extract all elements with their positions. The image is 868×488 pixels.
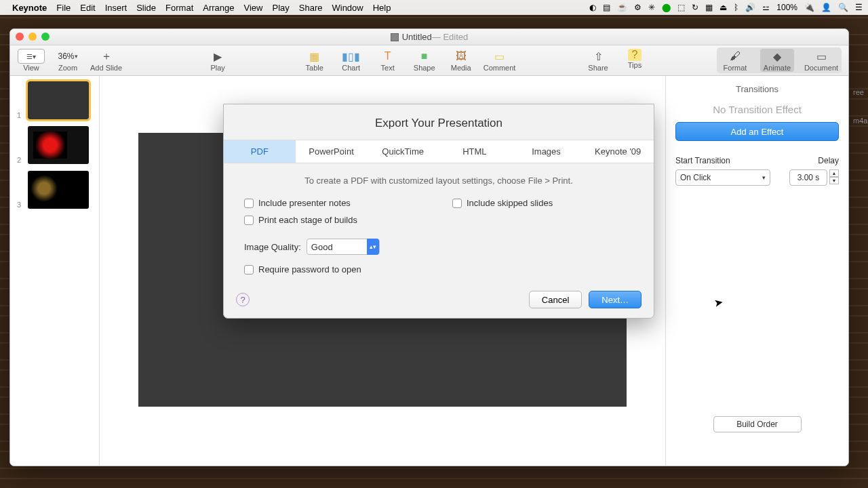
tab-quicktime[interactable]: QuickTime bbox=[367, 140, 439, 163]
volume-icon[interactable]: 🔊 bbox=[745, 3, 755, 12]
status-icon[interactable]: ⏏ bbox=[719, 3, 727, 12]
status-icon[interactable]: ☕ bbox=[617, 3, 627, 12]
zoom-button[interactable] bbox=[41, 33, 50, 41]
format-button[interactable]: 🖌Format bbox=[718, 49, 752, 72]
menubar-status: ◐ ▤ ☕ ⚙ ✳ ⬤ ⬚ ↻ ▦ ⏏ ᛒ 🔊 ⚍ 100% 🔌 👤 🔍 ☰ bbox=[589, 3, 863, 12]
desktop-obscured: ree m4a bbox=[853, 88, 868, 125]
window-title: Untitled bbox=[402, 32, 432, 42]
menu-slide[interactable]: Slide bbox=[136, 3, 156, 13]
next-button[interactable]: Next… bbox=[589, 291, 642, 308]
menu-arrange[interactable]: Arrange bbox=[203, 3, 234, 13]
tab-pdf[interactable]: PDF bbox=[224, 140, 296, 163]
export-tabs: PDF PowerPoint QuickTime HTML Images Key… bbox=[224, 140, 654, 163]
edited-indicator: — Edited bbox=[432, 32, 468, 42]
user-icon[interactable]: 👤 bbox=[821, 3, 831, 12]
tips-button[interactable]: ?Tips bbox=[620, 49, 649, 72]
dialog-body: To create a PDF with customized layout s… bbox=[224, 163, 654, 285]
tab-keynote09[interactable]: Keynote '09 bbox=[582, 140, 654, 163]
chk-presenter-notes[interactable]: Include presenter notes bbox=[244, 198, 357, 208]
share-button[interactable]: ⇧Share bbox=[584, 49, 612, 72]
titlebar[interactable]: Untitled — Edited bbox=[10, 29, 848, 45]
traffic-lights bbox=[16, 33, 50, 41]
delay-stepper[interactable]: ▲▼ bbox=[829, 169, 839, 186]
inspector: Transitions No Transition Effect Add an … bbox=[665, 76, 848, 466]
delay-field[interactable]: 3.00 s bbox=[789, 169, 827, 186]
keynote-window: Untitled — Edited ☰▾View 36%▾Zoom ＋Add S… bbox=[9, 28, 849, 466]
menu-play[interactable]: Play bbox=[272, 3, 289, 13]
minimize-button[interactable] bbox=[28, 33, 37, 41]
table-button[interactable]: ▦Table bbox=[300, 49, 329, 72]
view-button[interactable]: ☰▾View bbox=[17, 49, 45, 72]
document-icon bbox=[391, 33, 399, 41]
bluetooth-icon[interactable]: ᛒ bbox=[734, 3, 738, 12]
add-slide-button[interactable]: ＋Add Slide bbox=[90, 49, 122, 72]
close-button[interactable] bbox=[16, 33, 24, 41]
menubar: Keynote File Edit Insert Slide Format Ar… bbox=[0, 0, 868, 15]
image-quality-select[interactable]: Good▴▾ bbox=[307, 239, 380, 255]
image-quality-row: Image Quality: Good▴▾ bbox=[244, 239, 633, 255]
help-icon[interactable]: ? bbox=[236, 293, 250, 306]
status-icon[interactable]: ▤ bbox=[603, 3, 610, 12]
chk-password[interactable]: Require password to open bbox=[244, 264, 633, 274]
status-icon[interactable]: ↻ bbox=[692, 3, 698, 12]
status-icon[interactable]: ▦ bbox=[705, 3, 713, 12]
checkbox-icon[interactable] bbox=[244, 265, 254, 274]
status-icon[interactable]: ⬚ bbox=[677, 3, 685, 12]
menu-insert[interactable]: Insert bbox=[105, 3, 127, 13]
status-icon[interactable]: ⚙ bbox=[634, 3, 642, 12]
tab-html[interactable]: HTML bbox=[439, 140, 511, 163]
chk-print-stages[interactable]: Print each stage of builds bbox=[244, 215, 357, 225]
menu-window[interactable]: Window bbox=[332, 3, 363, 13]
notification-icon[interactable]: ☰ bbox=[855, 3, 863, 12]
slide-thumb-2[interactable]: 2 bbox=[28, 126, 89, 164]
checkbox-icon[interactable] bbox=[244, 199, 254, 208]
document-button[interactable]: ▭Document bbox=[802, 49, 840, 72]
export-dialog: Export Your Presentation PDF PowerPoint … bbox=[223, 104, 654, 319]
tab-images[interactable]: Images bbox=[511, 140, 583, 163]
cancel-button[interactable]: Cancel bbox=[529, 291, 582, 308]
status-icon[interactable]: ✳ bbox=[648, 3, 655, 12]
dialog-title: Export Your Presentation bbox=[224, 104, 654, 140]
slide-navigator[interactable]: 1 2 3 bbox=[10, 76, 100, 466]
no-transition-label: No Transition Effect bbox=[675, 104, 839, 115]
slide-thumb-3[interactable]: 3 bbox=[28, 171, 89, 209]
checkbox-icon[interactable] bbox=[244, 216, 254, 225]
tab-powerpoint[interactable]: PowerPoint bbox=[296, 140, 368, 163]
menu-format[interactable]: Format bbox=[165, 3, 193, 13]
status-icon[interactable]: ⬤ bbox=[662, 3, 671, 12]
menu-view[interactable]: View bbox=[244, 3, 263, 13]
wifi-icon[interactable]: ⚍ bbox=[762, 3, 770, 12]
zoom-button[interactable]: 36%▾Zoom bbox=[54, 49, 82, 72]
toolbar: ☰▾View 36%▾Zoom ＋Add Slide ▶Play ▦Table … bbox=[10, 45, 848, 76]
chart-button[interactable]: ▮▯▮Chart bbox=[337, 49, 366, 72]
start-transition-select[interactable]: On Click▾ bbox=[675, 169, 770, 186]
media-button[interactable]: 🖼Media bbox=[447, 49, 475, 72]
play-button[interactable]: ▶Play bbox=[203, 49, 232, 72]
menu-edit[interactable]: Edit bbox=[80, 3, 95, 13]
chevron-updown-icon: ▴▾ bbox=[367, 239, 379, 255]
slide-thumb-1[interactable]: 1 bbox=[28, 81, 89, 119]
build-order-button[interactable]: Build Order bbox=[713, 416, 802, 432]
dialog-hint: To create a PDF with customized layout s… bbox=[244, 176, 633, 186]
comment-button[interactable]: ▭Comment bbox=[484, 49, 516, 72]
spotlight-icon[interactable]: 🔍 bbox=[838, 3, 848, 12]
menu-file[interactable]: File bbox=[56, 3, 71, 13]
dialog-footer: ? Cancel Next… bbox=[224, 285, 654, 308]
battery-icon[interactable]: 🔌 bbox=[804, 3, 814, 12]
menu-share[interactable]: Share bbox=[299, 3, 323, 13]
animate-button[interactable]: ◆Animate bbox=[760, 49, 794, 72]
start-transition-label: Start Transition bbox=[675, 156, 730, 165]
app-name[interactable]: Keynote bbox=[12, 3, 47, 13]
checkbox-icon[interactable] bbox=[452, 199, 462, 208]
add-effect-button[interactable]: Add an Effect bbox=[675, 122, 839, 141]
image-quality-label: Image Quality: bbox=[244, 242, 301, 252]
menu-help[interactable]: Help bbox=[373, 3, 391, 13]
status-icon[interactable]: ◐ bbox=[589, 3, 596, 12]
inspector-title: Transitions bbox=[675, 84, 839, 94]
delay-label: Delay bbox=[818, 156, 839, 165]
text-button[interactable]: TText bbox=[374, 49, 402, 72]
battery-pct[interactable]: 100% bbox=[776, 3, 797, 12]
shape-button[interactable]: ■Shape bbox=[410, 49, 439, 72]
chk-skipped-slides[interactable]: Include skipped slides bbox=[452, 198, 553, 208]
